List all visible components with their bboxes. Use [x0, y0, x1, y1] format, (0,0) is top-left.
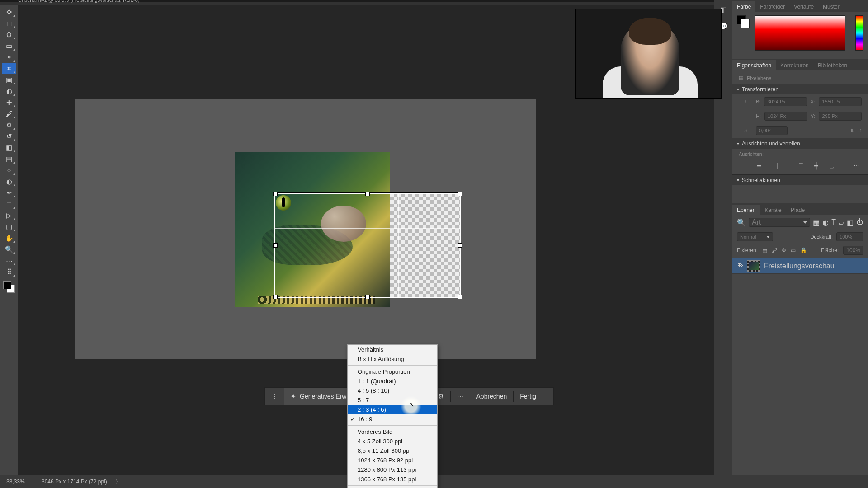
angle-field[interactable]: 0,00° [756, 126, 788, 135]
tab-bibliotheken[interactable]: Bibliotheken [813, 60, 852, 70]
lock-nest-icon[interactable]: ▭ [791, 247, 796, 253]
taskbar-drag-handle[interactable]: ⋮ [265, 388, 284, 405]
y-field[interactable]: 295 Px [819, 112, 862, 121]
cursor-icon: ↖ [409, 400, 415, 408]
align-vcenter-icon[interactable]: ╋ [811, 162, 821, 170]
menu-item[interactable]: Vorderes Bild [348, 427, 437, 436]
link-wh-icon[interactable]: ⑊ [739, 99, 752, 104]
healing-tool[interactable]: ✚ [2, 97, 16, 108]
pen-tool[interactable]: ✒ [2, 187, 16, 198]
align-bottom-icon[interactable]: ⎵ [826, 162, 836, 170]
lock-trans-icon[interactable]: ▦ [762, 247, 767, 253]
menu-item[interactable]: B x H x Auflösung [348, 354, 437, 364]
tab-eigenschaften[interactable]: Eigenschaften [732, 60, 776, 70]
crop-frame[interactable] [274, 193, 461, 298]
tab-verläufe[interactable]: Verläufe [789, 1, 818, 12]
object-select-tool[interactable]: ▭ [2, 40, 16, 52]
align-section-header[interactable]: ▾Ausrichten und verteilen [732, 138, 868, 149]
align-left-icon[interactable]: ⎸ [739, 162, 749, 170]
eyedropper-tool[interactable]: ◐ [2, 85, 16, 97]
fg-bg-swatches[interactable] [2, 280, 16, 294]
cancel-button[interactable]: Abbrechen [470, 388, 514, 405]
blend-mode-select[interactable]: Normal [737, 232, 773, 241]
filter-type-icon[interactable]: T [831, 218, 836, 226]
zoom-level[interactable]: 33,33% [6, 479, 33, 485]
menu-item[interactable]: 4 : 5 (8 : 10) [348, 386, 437, 395]
fg-bg-swatch[interactable] [737, 15, 750, 28]
hue-slider[interactable] [855, 15, 863, 51]
filter-toggle-icon[interactable]: ⏻ [856, 218, 863, 226]
marquee-tool[interactable]: ◻ [2, 18, 16, 29]
tab-muster[interactable]: Muster [818, 1, 844, 12]
menu-item[interactable]: 2 : 3 (4 : 6) [348, 405, 437, 414]
path-select-tool[interactable]: ▷ [2, 210, 16, 221]
tab-korrekturen[interactable]: Korrekturen [776, 60, 813, 70]
menu-item[interactable]: 1 : 1 (Quadrat) [348, 376, 437, 386]
hand-tool[interactable]: ✋ [2, 232, 16, 244]
gradient-tool[interactable]: ▤ [2, 153, 16, 164]
flip-v-icon[interactable]: ⥯ [858, 128, 862, 134]
filter-adjust-icon[interactable]: ◐ [822, 218, 829, 227]
align-right-icon[interactable]: ⎹ [769, 162, 779, 170]
zoom-tool[interactable]: 🔍 [2, 244, 16, 255]
doc-info-chevron-icon[interactable]: 〉 [115, 478, 121, 486]
transform-section-header[interactable]: ▾Transformieren [732, 84, 868, 94]
lock-all-icon[interactable]: 🔒 [800, 247, 807, 253]
done-button[interactable]: Fertig [514, 388, 542, 405]
move-tool[interactable]: ✥ [2, 6, 16, 18]
menu-item[interactable]: 4 x 5 Zoll 300 ppi [348, 436, 437, 446]
menu-item[interactable]: 5 : 7 [348, 395, 437, 405]
color-picker-ramp[interactable] [755, 15, 845, 51]
menu-item[interactable]: 1280 x 800 Px 113 ppi [348, 465, 437, 474]
filter-smart-icon[interactable]: ◧ [847, 218, 854, 227]
flip-h-icon[interactable]: ⥮ [850, 128, 854, 134]
tab-farbe[interactable]: Farbe [732, 1, 755, 12]
filter-pixel-icon[interactable]: ▦ [813, 218, 820, 227]
more-tool[interactable]: ⋯ [2, 255, 16, 266]
menu-item[interactable]: Verhältnis [348, 345, 437, 354]
menu-item[interactable]: 16 : 9 [348, 414, 437, 424]
history-brush-tool[interactable]: ↺ [2, 131, 16, 142]
eraser-tool[interactable]: ◧ [2, 142, 16, 153]
align-top-icon[interactable]: ⎴ [796, 162, 806, 170]
align-hcenter-icon[interactable]: ┿ [754, 162, 764, 170]
tab-pfade[interactable]: Pfade [786, 205, 809, 215]
align-more-icon[interactable]: ⋯ [852, 162, 862, 170]
rectangle-tool[interactable]: ▢ [2, 221, 16, 232]
fill-field[interactable]: 100% [843, 246, 863, 255]
width-field[interactable]: 3024 Px [764, 97, 807, 106]
document-tab[interactable]: Unbenannt-1 @ 33,3% (Freistellungsvorsch… [18, 0, 140, 2]
stamp-tool[interactable]: ⥁ [2, 119, 16, 131]
layer-kind-icon: ▦ [739, 75, 743, 81]
tab-farbfelder[interactable]: Farbfelder [755, 1, 789, 12]
menu-item[interactable]: 1024 x 768 Px 92 ppi [348, 455, 437, 465]
layer-filter-field[interactable]: Art [749, 218, 810, 227]
layer-name-label[interactable]: Freistellungsvorschau [764, 262, 835, 270]
brush-tool[interactable]: 🖌 [2, 108, 16, 119]
lock-paint-icon[interactable]: 🖌 [772, 247, 777, 253]
tab-kanäle[interactable]: Kanäle [760, 205, 786, 215]
blur-tool[interactable]: ○ [2, 164, 16, 176]
layer-thumbnail[interactable] [747, 260, 760, 272]
dodge-tool[interactable]: ◐ [2, 176, 16, 187]
visibility-toggle-icon[interactable]: 👁 [736, 262, 743, 270]
type-tool[interactable]: T [2, 198, 16, 210]
opacity-field[interactable]: 100% [836, 232, 863, 241]
lasso-tool[interactable]: ʘ [2, 29, 16, 40]
quickactions-section-header[interactable]: ▾Schnellaktionen [732, 174, 868, 185]
color-panel [732, 12, 868, 59]
frame-tool[interactable]: ▣ [2, 74, 16, 85]
edit-toolbar-tool[interactable]: ⠿ [2, 266, 16, 277]
menu-item[interactable]: 8,5 x 11 Zoll 300 ppi [348, 446, 437, 455]
menu-item[interactable]: 1366 x 768 Px 135 ppi [348, 474, 437, 484]
x-field[interactable]: 1550 Px [819, 97, 862, 106]
layer-row[interactable]: 👁 Freistellungsvorschau [732, 258, 868, 274]
crop-tool[interactable]: ⌗ [2, 63, 16, 74]
filter-shape-icon[interactable]: ▱ [839, 218, 844, 227]
height-field[interactable]: 1024 Px [764, 112, 807, 121]
tab-ebenen[interactable]: Ebenen [732, 205, 760, 215]
more-button[interactable]: ⋯ [451, 388, 470, 405]
lock-pos-icon[interactable]: ✥ [782, 247, 786, 253]
wand-tool[interactable]: ✧ [2, 52, 16, 63]
menu-item[interactable]: Originale Proportion [348, 367, 437, 376]
